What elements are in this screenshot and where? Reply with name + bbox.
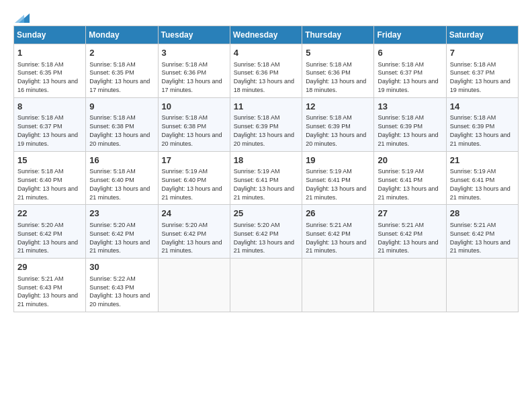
calendar-cell: 21Sunrise: 5:19 AMSunset: 6:41 PMDayligh… bbox=[446, 151, 518, 205]
calendar-header-row: SundayMondayTuesdayWednesdayThursdayFrid… bbox=[14, 26, 519, 44]
calendar-cell: 23Sunrise: 5:20 AMSunset: 6:42 PMDayligh… bbox=[86, 205, 158, 259]
day-number: 18 bbox=[234, 154, 298, 167]
calendar-week-row: 1Sunrise: 5:18 AMSunset: 6:35 PMDaylight… bbox=[14, 44, 519, 98]
day-number: 13 bbox=[378, 101, 442, 113]
calendar-header-tuesday: Tuesday bbox=[158, 26, 230, 44]
calendar-week-row: 8Sunrise: 5:18 AMSunset: 6:37 PMDaylight… bbox=[14, 97, 519, 151]
day-info: Sunrise: 5:21 AMSunset: 6:43 PMDaylight:… bbox=[17, 275, 78, 308]
day-info: Sunrise: 5:19 AMSunset: 6:41 PMDaylight:… bbox=[378, 168, 438, 200]
calendar-cell bbox=[302, 259, 374, 312]
calendar-header-thursday: Thursday bbox=[302, 26, 374, 44]
day-number: 17 bbox=[162, 154, 226, 167]
day-info: Sunrise: 5:18 AMSunset: 6:39 PMDaylight:… bbox=[378, 114, 438, 146]
day-number: 26 bbox=[306, 208, 370, 220]
calendar-cell bbox=[158, 259, 230, 312]
day-info: Sunrise: 5:18 AMSunset: 6:39 PMDaylight:… bbox=[450, 114, 511, 146]
calendar-cell: 17Sunrise: 5:19 AMSunset: 6:40 PMDayligh… bbox=[158, 151, 230, 205]
calendar-cell: 19Sunrise: 5:19 AMSunset: 6:41 PMDayligh… bbox=[302, 151, 374, 205]
day-info: Sunrise: 5:18 AMSunset: 6:35 PMDaylight:… bbox=[17, 61, 78, 93]
calendar-header-monday: Monday bbox=[86, 26, 158, 44]
day-number: 23 bbox=[89, 208, 154, 220]
logo bbox=[13, 12, 30, 21]
day-info: Sunrise: 5:18 AMSunset: 6:35 PMDaylight:… bbox=[89, 61, 150, 93]
day-info: Sunrise: 5:18 AMSunset: 6:36 PMDaylight:… bbox=[306, 61, 366, 93]
day-info: Sunrise: 5:20 AMSunset: 6:42 PMDaylight:… bbox=[234, 222, 294, 254]
day-info: Sunrise: 5:20 AMSunset: 6:42 PMDaylight:… bbox=[17, 222, 78, 254]
day-info: Sunrise: 5:18 AMSunset: 6:39 PMDaylight:… bbox=[234, 114, 294, 146]
calendar-cell: 11Sunrise: 5:18 AMSunset: 6:39 PMDayligh… bbox=[230, 97, 302, 151]
calendar-cell: 13Sunrise: 5:18 AMSunset: 6:39 PMDayligh… bbox=[374, 97, 446, 151]
day-number: 16 bbox=[89, 154, 154, 167]
day-info: Sunrise: 5:18 AMSunset: 6:39 PMDaylight:… bbox=[306, 114, 366, 146]
svg-marker-1 bbox=[15, 15, 24, 23]
calendar-cell: 16Sunrise: 5:18 AMSunset: 6:40 PMDayligh… bbox=[86, 151, 158, 205]
calendar-cell: 1Sunrise: 5:18 AMSunset: 6:35 PMDaylight… bbox=[14, 44, 86, 98]
logo-icon bbox=[15, 11, 30, 23]
calendar-cell: 14Sunrise: 5:18 AMSunset: 6:39 PMDayligh… bbox=[446, 97, 518, 151]
day-number: 28 bbox=[450, 208, 515, 220]
calendar-week-row: 29Sunrise: 5:21 AMSunset: 6:43 PMDayligh… bbox=[14, 259, 519, 312]
calendar-week-row: 15Sunrise: 5:18 AMSunset: 6:40 PMDayligh… bbox=[14, 151, 519, 205]
day-info: Sunrise: 5:19 AMSunset: 6:41 PMDaylight:… bbox=[306, 168, 366, 200]
day-info: Sunrise: 5:19 AMSunset: 6:41 PMDaylight:… bbox=[450, 168, 511, 200]
calendar-cell: 6Sunrise: 5:18 AMSunset: 6:37 PMDaylight… bbox=[374, 44, 446, 98]
day-number: 21 bbox=[450, 154, 515, 167]
day-info: Sunrise: 5:21 AMSunset: 6:42 PMDaylight:… bbox=[306, 222, 366, 254]
day-number: 8 bbox=[17, 101, 82, 113]
day-number: 24 bbox=[162, 208, 226, 220]
day-number: 11 bbox=[234, 101, 298, 113]
day-info: Sunrise: 5:18 AMSunset: 6:37 PMDaylight:… bbox=[450, 61, 511, 93]
calendar-cell: 8Sunrise: 5:18 AMSunset: 6:37 PMDaylight… bbox=[14, 97, 86, 151]
day-info: Sunrise: 5:19 AMSunset: 6:40 PMDaylight:… bbox=[162, 168, 222, 200]
day-number: 29 bbox=[17, 261, 82, 273]
day-number: 5 bbox=[306, 47, 370, 59]
day-info: Sunrise: 5:19 AMSunset: 6:41 PMDaylight:… bbox=[234, 168, 294, 200]
day-number: 4 bbox=[234, 47, 298, 59]
day-number: 30 bbox=[89, 261, 154, 273]
day-number: 19 bbox=[306, 154, 370, 167]
calendar-cell: 27Sunrise: 5:21 AMSunset: 6:42 PMDayligh… bbox=[374, 205, 446, 259]
calendar-cell: 18Sunrise: 5:19 AMSunset: 6:41 PMDayligh… bbox=[230, 151, 302, 205]
day-number: 25 bbox=[234, 208, 298, 220]
calendar-cell bbox=[230, 259, 302, 312]
day-number: 9 bbox=[89, 101, 154, 113]
calendar-header-sunday: Sunday bbox=[14, 26, 86, 44]
day-info: Sunrise: 5:18 AMSunset: 6:37 PMDaylight:… bbox=[17, 114, 78, 146]
day-number: 14 bbox=[450, 101, 515, 113]
calendar-cell: 20Sunrise: 5:19 AMSunset: 6:41 PMDayligh… bbox=[374, 151, 446, 205]
day-info: Sunrise: 5:18 AMSunset: 6:36 PMDaylight:… bbox=[162, 61, 222, 93]
calendar-header-wednesday: Wednesday bbox=[230, 26, 302, 44]
calendar-header-friday: Friday bbox=[374, 26, 446, 44]
day-number: 22 bbox=[17, 208, 82, 220]
day-info: Sunrise: 5:20 AMSunset: 6:42 PMDaylight:… bbox=[89, 222, 150, 254]
calendar-cell bbox=[374, 259, 446, 312]
day-info: Sunrise: 5:20 AMSunset: 6:42 PMDaylight:… bbox=[162, 222, 222, 254]
day-number: 12 bbox=[306, 101, 370, 113]
calendar-cell: 29Sunrise: 5:21 AMSunset: 6:43 PMDayligh… bbox=[14, 259, 86, 312]
calendar-cell: 25Sunrise: 5:20 AMSunset: 6:42 PMDayligh… bbox=[230, 205, 302, 259]
calendar-cell: 26Sunrise: 5:21 AMSunset: 6:42 PMDayligh… bbox=[302, 205, 374, 259]
day-info: Sunrise: 5:22 AMSunset: 6:43 PMDaylight:… bbox=[89, 275, 150, 308]
page: SundayMondayTuesdayWednesdayThursdayFrid… bbox=[0, 0, 532, 411]
calendar-cell: 15Sunrise: 5:18 AMSunset: 6:40 PMDayligh… bbox=[14, 151, 86, 205]
header bbox=[13, 12, 519, 21]
day-number: 3 bbox=[162, 47, 226, 59]
calendar-cell: 30Sunrise: 5:22 AMSunset: 6:43 PMDayligh… bbox=[86, 259, 158, 312]
day-number: 10 bbox=[162, 101, 226, 113]
day-info: Sunrise: 5:21 AMSunset: 6:42 PMDaylight:… bbox=[450, 222, 511, 254]
calendar-cell: 3Sunrise: 5:18 AMSunset: 6:36 PMDaylight… bbox=[158, 44, 230, 98]
day-info: Sunrise: 5:18 AMSunset: 6:40 PMDaylight:… bbox=[89, 168, 150, 200]
calendar-cell: 2Sunrise: 5:18 AMSunset: 6:35 PMDaylight… bbox=[86, 44, 158, 98]
day-number: 15 bbox=[17, 154, 82, 167]
calendar-cell: 28Sunrise: 5:21 AMSunset: 6:42 PMDayligh… bbox=[446, 205, 518, 259]
day-info: Sunrise: 5:18 AMSunset: 6:38 PMDaylight:… bbox=[89, 114, 150, 146]
calendar-header-saturday: Saturday bbox=[446, 26, 518, 44]
calendar-cell bbox=[446, 259, 518, 312]
day-number: 2 bbox=[89, 47, 154, 59]
day-number: 7 bbox=[450, 47, 515, 59]
day-number: 6 bbox=[378, 47, 442, 59]
day-info: Sunrise: 5:18 AMSunset: 6:36 PMDaylight:… bbox=[234, 61, 294, 93]
calendar-cell: 22Sunrise: 5:20 AMSunset: 6:42 PMDayligh… bbox=[14, 205, 86, 259]
day-number: 27 bbox=[378, 208, 442, 220]
calendar-cell: 12Sunrise: 5:18 AMSunset: 6:39 PMDayligh… bbox=[302, 97, 374, 151]
